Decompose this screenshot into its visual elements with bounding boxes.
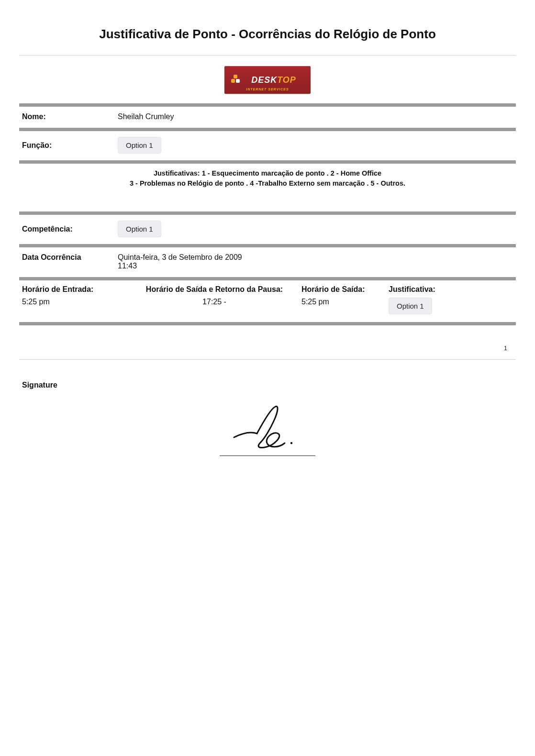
logo-mark-icon	[231, 75, 244, 85]
label-horario-pausa: Horário de Saída e Retorno da Pausa:	[133, 285, 296, 294]
sep-rule	[19, 160, 516, 164]
value-horario-saida: 5:25 pm	[301, 298, 383, 306]
select-competencia[interactable]: Option 1	[118, 221, 161, 237]
sep-rule	[19, 277, 516, 280]
page-title: Justificativa de Ponto - Ocorrências do …	[0, 0, 535, 51]
svg-rect-2	[234, 75, 237, 78]
sep-rule	[19, 103, 516, 107]
justification-legend: Justificativas: 1 - Esquecimento marcaçã…	[19, 164, 516, 211]
label-data-ocorrencia: Data Ocorrência	[22, 253, 118, 262]
signature-area	[19, 404, 516, 470]
value-horario-pausa: 17:25 -	[133, 298, 296, 306]
label-justificativa: Justificativa:	[389, 285, 470, 294]
svg-rect-0	[231, 79, 235, 83]
col-entrada: Horário de Entrada: 5:25 pm	[22, 285, 127, 314]
legend-line-2: 3 - Problemas no Relógio de ponto . 4 -T…	[23, 178, 512, 189]
logo-text-right: TOP	[277, 75, 296, 85]
logo-row: DESKTOP INTERNET SERVICES	[19, 61, 516, 103]
sep-rule	[19, 244, 516, 247]
select-justificativa[interactable]: Option 1	[389, 298, 432, 314]
signature-line	[220, 404, 315, 456]
label-competencia: Competência:	[22, 225, 118, 233]
row-data-ocorrencia: Data Ocorrência Quinta-feira, 3 de Setem…	[19, 247, 516, 277]
label-horario-saida: Horário de Saída:	[301, 285, 383, 294]
title-rule	[19, 55, 516, 56]
page-number-1: 1	[0, 325, 535, 356]
logo-text-left: DESK	[251, 75, 277, 85]
select-funcao[interactable]: Option 1	[118, 137, 161, 154]
horarios-grid: Horário de Entrada: 5:25 pm Horário de S…	[19, 280, 516, 322]
logo-subtitle: INTERNET SERVICES	[224, 88, 311, 91]
label-horario-entrada: Horário de Entrada:	[22, 285, 127, 294]
svg-rect-1	[236, 79, 240, 83]
col-pausa: Horário de Saída e Retorno da Pausa: 17:…	[133, 285, 296, 314]
label-funcao: Função:	[22, 141, 118, 150]
row-nome: Nome: Sheilah Crumley	[19, 107, 516, 128]
page2-whitespace	[0, 470, 535, 756]
value-nome: Sheilah Crumley	[118, 112, 174, 121]
signature-icon	[229, 404, 306, 452]
sep-rule	[19, 211, 516, 215]
legend-line-1: Justificativas: 1 - Esquecimento marcaçã…	[23, 168, 512, 178]
col-justificativa: Justificativa: Option 1	[389, 285, 470, 314]
col-saida: Horário de Saída: 5:25 pm	[301, 285, 383, 314]
label-signature: Signature	[19, 379, 516, 404]
value-data-ocorrencia-l1: Quinta-feira, 3 de Setembro de 2009	[118, 253, 242, 262]
label-nome: Nome:	[22, 112, 118, 121]
value-data-ocorrencia: Quinta-feira, 3 de Setembro de 2009 11:4…	[118, 253, 242, 270]
brand-logo: DESKTOP INTERNET SERVICES	[224, 66, 311, 94]
sep-rule	[19, 322, 516, 325]
page-break-rule	[19, 359, 516, 360]
svg-point-3	[290, 442, 292, 444]
value-horario-entrada: 5:25 pm	[22, 298, 127, 306]
logo-text: DESKTOP	[239, 75, 296, 85]
row-funcao: Função: Option 1	[19, 131, 516, 160]
value-data-ocorrencia-l2: 11:43	[118, 262, 242, 270]
row-competencia: Competência: Option 1	[19, 215, 516, 244]
sep-rule	[19, 128, 516, 131]
